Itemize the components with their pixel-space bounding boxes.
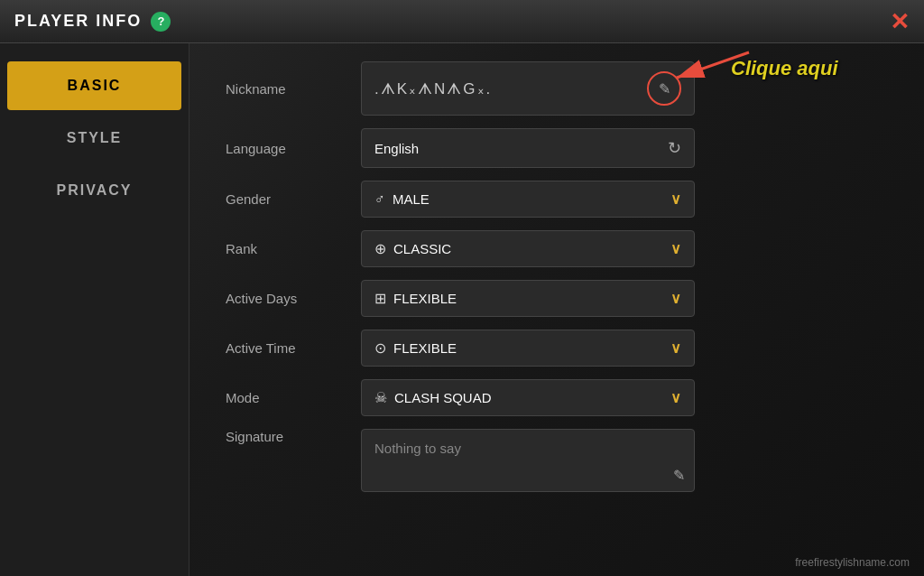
- active-time-icon: ⊙: [374, 339, 386, 357]
- active-days-icon: ⊞: [374, 290, 386, 307]
- mode-label: Mode: [226, 390, 343, 405]
- signature-row: Signature Nothing to say ✎: [226, 429, 888, 492]
- active-days-dropdown-arrow[interactable]: ∨: [670, 290, 681, 307]
- language-label: Language: [226, 141, 343, 156]
- sidebar: BASIC STYLE PRIVACY: [0, 43, 189, 576]
- active-days-value: FLEXIBLE: [393, 291, 457, 306]
- close-button[interactable]: ✕: [890, 10, 910, 33]
- nickname-field[interactable]: .ᗑK᙮ᗑNᗑG᙮. ✎: [361, 61, 695, 116]
- rank-field[interactable]: ⊕ CLASSIC ∨: [361, 230, 695, 267]
- language-row: Language English ↻: [226, 128, 888, 168]
- active-days-inner: ⊞ FLEXIBLE: [374, 290, 457, 307]
- rank-dropdown-arrow[interactable]: ∨: [670, 240, 681, 257]
- language-value: English: [374, 141, 419, 156]
- sidebar-item-privacy[interactable]: PRIVACY: [0, 166, 189, 215]
- nickname-edit-icon[interactable]: ✎: [659, 80, 670, 98]
- mode-dropdown-arrow[interactable]: ∨: [670, 389, 681, 406]
- gender-inner: ♂ MALE: [374, 191, 430, 208]
- help-button[interactable]: ?: [151, 12, 171, 32]
- page-title: PLAYER INFO: [14, 12, 142, 31]
- nickname-row: Nickname .ᗑK᙮ᗑNᗑG᙮. ✎ Clique aqui: [226, 61, 888, 116]
- language-field[interactable]: English ↻: [361, 128, 695, 168]
- sidebar-item-style[interactable]: STYLE: [0, 114, 189, 163]
- mode-row: Mode ☠ CLASH SQUAD ∨: [226, 379, 888, 416]
- annotation-area: Clique aqui: [722, 61, 830, 116]
- sidebar-item-basic[interactable]: BASIC: [7, 61, 181, 110]
- mode-value: CLASH SQUAD: [394, 390, 492, 405]
- active-time-label: Active Time: [226, 340, 343, 356]
- signature-value: Nothing to say: [374, 441, 461, 456]
- gender-field[interactable]: ♂ MALE ∨: [361, 181, 695, 218]
- mode-field[interactable]: ☠ CLASH SQUAD ∨: [361, 379, 695, 416]
- nickname-edit-circle: ✎: [647, 71, 681, 106]
- annotation-text: Clique aqui: [731, 57, 821, 80]
- refresh-icon[interactable]: ↻: [668, 138, 681, 158]
- nickname-label: Nickname: [226, 81, 343, 97]
- main-layout: BASIC STYLE PRIVACY Nickname .ᗑK᙮ᗑNᗑG᙮. …: [0, 43, 924, 576]
- active-time-row: Active Time ⊙ FLEXIBLE ∨: [226, 330, 888, 367]
- signature-field[interactable]: Nothing to say ✎: [361, 429, 695, 492]
- gender-label: Gender: [226, 191, 343, 207]
- gender-dropdown-arrow[interactable]: ∨: [670, 190, 681, 208]
- active-days-label: Active Days: [226, 291, 343, 306]
- rank-row: Rank ⊕ CLASSIC ∨: [226, 230, 888, 267]
- gender-icon: ♂: [374, 191, 385, 208]
- signature-edit-icon[interactable]: ✎: [673, 467, 685, 484]
- gender-value: MALE: [393, 191, 430, 207]
- active-time-inner: ⊙ FLEXIBLE: [374, 339, 457, 357]
- rank-value: CLASSIC: [393, 241, 451, 256]
- rank-inner: ⊕ CLASSIC: [374, 240, 451, 257]
- content-area: Nickname .ᗑK᙮ᗑNᗑG᙮. ✎ Clique aqui: [189, 43, 924, 576]
- active-time-value: FLEXIBLE: [393, 340, 457, 356]
- active-days-field[interactable]: ⊞ FLEXIBLE ∨: [361, 280, 695, 317]
- active-days-row: Active Days ⊞ FLEXIBLE ∨: [226, 280, 888, 317]
- nickname-value: .ᗑK᙮ᗑNᗑG᙮.: [374, 79, 492, 98]
- rank-label: Rank: [226, 241, 343, 256]
- header-left: PLAYER INFO ?: [14, 12, 171, 32]
- mode-icon: ☠: [374, 389, 387, 406]
- header: PLAYER INFO ? ✕: [0, 0, 924, 43]
- active-time-field[interactable]: ⊙ FLEXIBLE ∨: [361, 330, 695, 367]
- gender-row: Gender ♂ MALE ∨: [226, 181, 888, 218]
- mode-inner: ☠ CLASH SQUAD: [374, 389, 492, 406]
- active-time-dropdown-arrow[interactable]: ∨: [670, 339, 681, 357]
- rank-icon: ⊕: [374, 240, 386, 257]
- signature-label: Signature: [226, 429, 343, 444]
